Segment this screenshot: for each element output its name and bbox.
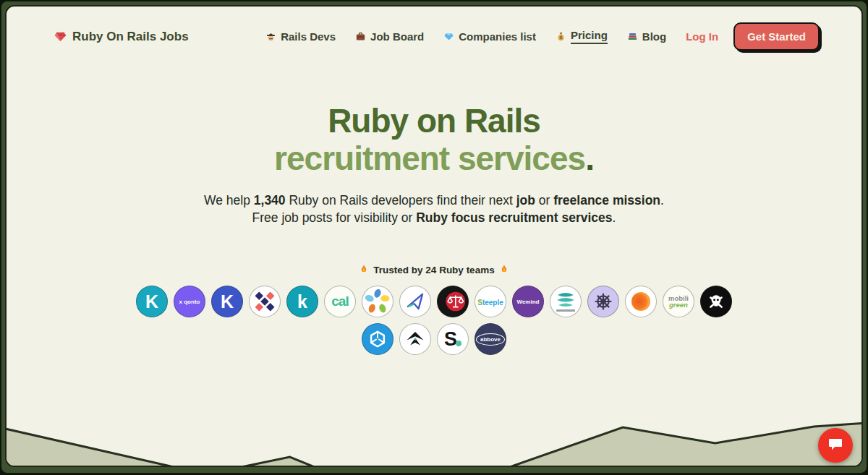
- title-period: .: [585, 140, 594, 177]
- main-nav: Rails DevsJob BoardCompanies list$Pricin…: [265, 29, 666, 44]
- detective-icon: [265, 31, 276, 42]
- company-logo[interactable]: [625, 286, 657, 317]
- nav-item-companies-list[interactable]: Companies list: [443, 30, 536, 43]
- subtitle-line2: Free job posts for visibility or Ruby fo…: [7, 210, 861, 227]
- company-logo[interactable]: k: [286, 286, 318, 317]
- brand-label: Ruby On Rails Jobs: [72, 30, 189, 44]
- company-logo[interactable]: [700, 286, 732, 317]
- company-logos: Kx qontoKkcalSteepleWemindmobiligreen Sa…: [7, 286, 861, 355]
- title-line1: Ruby on Rails: [328, 102, 540, 140]
- log-in-link[interactable]: Log In: [686, 30, 718, 43]
- subtitle-segment: .: [613, 210, 616, 225]
- header: Ruby On Rails Jobs Rails DevsJob BoardCo…: [7, 7, 861, 51]
- subtitle-segment: Ruby focus recruitment services: [416, 210, 612, 225]
- subtitle-segment: job: [516, 193, 535, 207]
- company-logo[interactable]: [587, 286, 619, 317]
- subtitle-segment: freelance mission: [553, 193, 660, 207]
- ruby-gem-icon: [54, 30, 67, 43]
- title-line2: recruitment services: [274, 140, 585, 177]
- subtitle-segment: 1,340: [254, 193, 286, 207]
- company-logo[interactable]: Wemind: [512, 286, 544, 317]
- subtitle-segment: Free job posts for visibility or: [252, 210, 417, 225]
- subtitle-line1: We help 1,340 Ruby on Rails developers f…: [7, 192, 861, 210]
- subtitle-segment: Ruby on Rails developers find their next: [286, 193, 516, 207]
- company-logo[interactable]: K: [211, 286, 243, 317]
- page: Ruby On Rails Jobs Rails DevsJob BoardCo…: [5, 5, 863, 467]
- nav-label: Job Board: [370, 30, 424, 43]
- trusted-label: Trusted by 24 Ruby teams: [373, 265, 494, 275]
- fire-icon: [359, 264, 369, 276]
- nav-label: Blog: [642, 30, 666, 43]
- svg-text:$: $: [560, 35, 563, 40]
- nav-item-blog[interactable]: Blog: [627, 30, 666, 43]
- logo-row-2: Sabbove: [7, 323, 861, 355]
- fire-icon: [499, 264, 509, 276]
- company-logo[interactable]: [362, 323, 393, 355]
- company-logo[interactable]: [550, 286, 582, 317]
- moneybag-icon: $: [556, 31, 566, 42]
- logo-row-1: Kx qontoKkcalSteepleWemindmobiligreen: [7, 286, 861, 317]
- trusted-badge: Trusted by 24 Ruby teams: [7, 264, 861, 276]
- hero: Ruby on Rails recruitment services. We h…: [7, 103, 861, 226]
- nav-item-rails-devs[interactable]: Rails Devs: [265, 30, 336, 43]
- nav-item-job-board[interactable]: Job Board: [355, 30, 424, 43]
- chat-launcher-button[interactable]: [818, 428, 853, 463]
- brand-link[interactable]: Ruby On Rails Jobs: [54, 30, 189, 44]
- nav-label: Rails Devs: [281, 30, 336, 43]
- company-logo[interactable]: Steeple: [475, 286, 506, 317]
- company-logo[interactable]: [399, 323, 431, 355]
- subtitle-segment: .: [660, 193, 664, 207]
- nav-item-pricing[interactable]: $Pricing: [556, 29, 608, 44]
- company-logo[interactable]: x qonto: [174, 286, 205, 317]
- subtitle-segment: or: [535, 193, 553, 207]
- blue-gem-icon: [443, 31, 454, 42]
- nav-label: Pricing: [571, 29, 608, 44]
- company-logo[interactable]: [437, 286, 469, 317]
- company-logo[interactable]: [249, 286, 281, 317]
- subtitle-segment: We help: [204, 193, 254, 207]
- company-logo[interactable]: abbove: [475, 323, 506, 355]
- get-started-button[interactable]: Get Started: [733, 22, 820, 51]
- chat-bubble-icon: [827, 435, 844, 455]
- company-logo[interactable]: K: [136, 286, 168, 317]
- company-logo[interactable]: S: [437, 323, 469, 355]
- company-logo[interactable]: cal: [324, 286, 356, 317]
- company-logo[interactable]: mobiligreen: [663, 286, 694, 317]
- page-title: Ruby on Rails recruitment services.: [7, 103, 861, 178]
- nav-label: Companies list: [459, 30, 536, 43]
- hero-subtitle: We help 1,340 Ruby on Rails developers f…: [7, 192, 861, 226]
- company-logo[interactable]: [362, 286, 393, 317]
- books-icon: [627, 31, 638, 42]
- footer-hills: [7, 412, 861, 466]
- company-logo[interactable]: [399, 286, 431, 317]
- briefcase-icon: [355, 31, 366, 42]
